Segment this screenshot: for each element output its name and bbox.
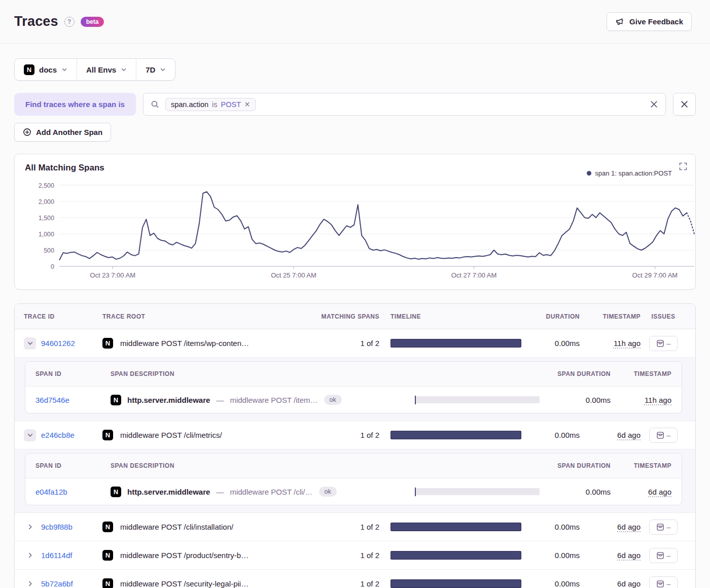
trace-timestamp[interactable]: 6d ago: [617, 431, 641, 439]
give-feedback-button[interactable]: Give Feedback: [607, 12, 692, 31]
traces-table: TRACE ID TRACE ROOT MATCHING SPANS TIMEL…: [14, 303, 696, 588]
remove-span-query-button[interactable]: [673, 93, 696, 116]
issues-icon: [656, 431, 664, 439]
give-feedback-label: Give Feedback: [629, 17, 683, 26]
trace-id-link[interactable]: 1d6114df: [41, 551, 72, 560]
legend-dot-icon: [587, 171, 591, 176]
span-duration: 0.00ms: [545, 488, 611, 496]
trace-timeline-bar: [390, 431, 521, 439]
token-remove-icon[interactable]: [244, 101, 250, 107]
span-description: middleware POST /item…: [230, 396, 317, 404]
add-another-span-button[interactable]: Add Another Span: [14, 123, 111, 142]
trace-root: middleware POST /product/sentry-b…: [120, 551, 248, 560]
chevron-right-icon: [27, 552, 33, 559]
span-search-input[interactable]: span.action is POST: [143, 93, 666, 116]
issues-icon: [656, 551, 664, 560]
trace-id-link[interactable]: 9cb9f88b: [41, 523, 73, 531]
matching-spans: 1 of 2: [321, 523, 379, 531]
table-row: 1d6114df N middleware POST /product/sent…: [15, 541, 695, 570]
chart-legend-item[interactable]: span 1: span.action:POST: [587, 169, 672, 177]
span-separator: —: [216, 488, 224, 496]
span-timeline-bar: [416, 396, 540, 403]
trace-duration: 0.00ms: [526, 551, 580, 560]
expand-trace-button[interactable]: [24, 580, 36, 587]
svg-text:2,000: 2,000: [39, 198, 54, 205]
trace-timestamp[interactable]: 6d ago: [617, 579, 641, 588]
issues-icon: [656, 523, 664, 531]
issues-dash: –: [667, 431, 671, 439]
search-token[interactable]: span.action is POST: [165, 98, 256, 111]
token-value[interactable]: POST: [221, 100, 241, 109]
svg-text:0: 0: [51, 263, 54, 270]
span-id-link[interactable]: e04fa12b: [36, 488, 67, 496]
svg-text:Oct 23 7:00 AM: Oct 23 7:00 AM: [90, 271, 135, 279]
trace-duration: 0.00ms: [526, 579, 580, 588]
span-id-link[interactable]: 36d7546e: [36, 396, 69, 404]
issues-icon: [656, 339, 664, 348]
trace-id-link[interactable]: 94601262: [41, 339, 75, 348]
page-header: Traces ? beta Give Feedback: [0, 0, 710, 44]
col-span-duration: SPAN DURATION: [545, 370, 611, 377]
issues-button[interactable]: –: [649, 520, 678, 535]
trace-id-link[interactable]: 5b72a6bf: [41, 579, 73, 588]
col-span-id: SPAN ID: [36, 462, 111, 469]
trace-root: middleware POST /cli/installation/: [120, 523, 233, 531]
matching-spans: 1 of 2: [321, 339, 379, 348]
issues-button[interactable]: –: [649, 548, 678, 563]
col-trace-id: TRACE ID: [24, 313, 102, 320]
trace-id-link[interactable]: e246cb8e: [41, 431, 75, 439]
close-icon: [680, 100, 689, 109]
svg-text:Oct 25 7:00 AM: Oct 25 7:00 AM: [271, 271, 316, 279]
issues-dash: –: [667, 551, 671, 560]
nextjs-logo-icon: N: [102, 522, 113, 532]
col-span-duration: SPAN DURATION: [545, 462, 611, 469]
issues-button[interactable]: –: [649, 336, 678, 351]
col-trace-root: TRACE ROOT: [102, 313, 321, 320]
table-row: 9cb9f88b N middleware POST /cli/installa…: [15, 513, 695, 541]
help-icon[interactable]: ?: [64, 17, 75, 27]
chevron-down-icon: [121, 66, 127, 73]
trace-duration: 0.00ms: [526, 523, 580, 531]
col-span-description: SPAN DESCRIPTION: [111, 370, 545, 377]
matching-spans: 1 of 2: [321, 551, 379, 560]
svg-text:1,500: 1,500: [39, 215, 54, 222]
span-timestamp[interactable]: 6d ago: [648, 488, 671, 496]
date-range-filter[interactable]: 7D: [136, 59, 175, 80]
legend-label: span 1: span.action:POST: [595, 169, 672, 177]
issues-button[interactable]: –: [649, 576, 678, 588]
project-filter-label: docs: [39, 65, 57, 74]
span-row: 36d7546e N http.server.middleware — midd…: [25, 387, 682, 413]
collapse-trace-button[interactable]: [24, 429, 36, 441]
spans-table-header: SPAN ID SPAN DESCRIPTION SPAN DURATION T…: [25, 454, 682, 478]
chevron-down-icon: [27, 340, 33, 347]
matching-spans: 1 of 2: [321, 579, 379, 588]
chevron-right-icon: [27, 580, 33, 587]
nextjs-logo-icon: N: [102, 550, 113, 561]
issues-button[interactable]: –: [649, 428, 678, 443]
trace-timeline-bar: [390, 579, 521, 588]
environment-filter[interactable]: All Envs: [77, 59, 136, 80]
expand-trace-button[interactable]: [24, 552, 36, 559]
expand-trace-button[interactable]: [24, 524, 36, 530]
project-filter[interactable]: N docs: [15, 59, 77, 80]
col-timeline: TIMELINE: [379, 313, 526, 320]
collapse-trace-button[interactable]: [24, 337, 36, 350]
expand-chart-icon[interactable]: [679, 162, 687, 170]
table-row: 5b72a6bf N middleware POST /security-leg…: [15, 570, 695, 588]
page-filter-bar: N docs All Envs 7D: [14, 58, 175, 81]
nextjs-logo-icon: N: [24, 64, 34, 75]
expanded-spans-section: SPAN ID SPAN DESCRIPTION SPAN DURATION T…: [15, 449, 695, 513]
col-matching-spans: MATCHING SPANS: [321, 313, 379, 320]
span-timestamp[interactable]: 11h ago: [645, 396, 671, 404]
trace-timestamp[interactable]: 11h ago: [614, 339, 641, 348]
issues-icon: [656, 580, 664, 588]
search-clear-icon[interactable]: [650, 100, 658, 109]
environment-filter-label: All Envs: [86, 65, 116, 74]
add-another-span-label: Add Another Span: [36, 128, 102, 136]
token-operator[interactable]: is: [212, 100, 217, 109]
trace-timestamp[interactable]: 6d ago: [617, 523, 641, 531]
chevron-down-icon: [61, 66, 67, 73]
col-span-timestamp: TIMESTAMP: [611, 462, 671, 469]
trace-timestamp[interactable]: 6d ago: [617, 551, 641, 560]
spans-chart-svg: 05001,0001,5002,0002,500Oct 23 7:00 AMOc…: [25, 180, 695, 281]
